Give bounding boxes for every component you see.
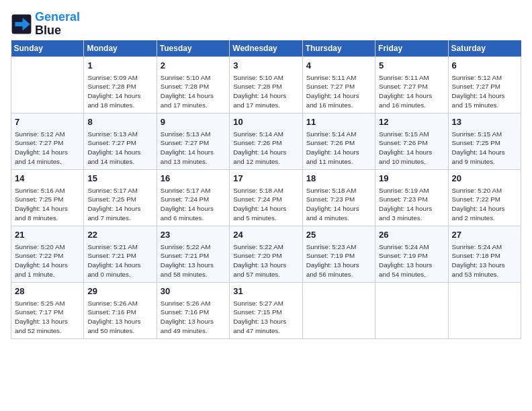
- day-number: 30: [161, 285, 226, 298]
- calendar-cell: 23Sunrise: 5:22 AM Sunset: 7:21 PM Dayli…: [157, 226, 229, 282]
- day-number: 4: [306, 60, 371, 72]
- calendar-week-row: 21Sunrise: 5:20 AM Sunset: 7:22 PM Dayli…: [11, 226, 521, 282]
- day-number: 23: [161, 229, 226, 241]
- day-number: 1: [87, 60, 152, 72]
- calendar-cell: 10Sunrise: 5:14 AM Sunset: 7:26 PM Dayli…: [230, 113, 302, 169]
- day-info: Sunrise: 5:14 AM Sunset: 7:26 PM Dayligh…: [306, 130, 371, 167]
- calendar-cell: 13Sunrise: 5:15 AM Sunset: 7:25 PM Dayli…: [448, 113, 521, 169]
- day-info: Sunrise: 5:23 AM Sunset: 7:19 PM Dayligh…: [306, 242, 371, 279]
- calendar-cell: 28Sunrise: 5:25 AM Sunset: 7:17 PM Dayli…: [11, 282, 84, 338]
- calendar-cell: 20Sunrise: 5:20 AM Sunset: 7:22 PM Dayli…: [448, 169, 521, 226]
- day-info: Sunrise: 5:10 AM Sunset: 7:28 PM Dayligh…: [233, 73, 298, 110]
- header-monday: Monday: [84, 40, 157, 57]
- calendar-cell: 17Sunrise: 5:18 AM Sunset: 7:24 PM Dayli…: [230, 169, 302, 226]
- day-number: 8: [87, 116, 152, 128]
- day-info: Sunrise: 5:26 AM Sunset: 7:16 PM Dayligh…: [161, 299, 226, 336]
- calendar-header-row: SundayMondayTuesdayWednesdayThursdayFrid…: [11, 40, 521, 57]
- calendar-cell: 29Sunrise: 5:26 AM Sunset: 7:16 PM Dayli…: [84, 282, 157, 338]
- day-info: Sunrise: 5:10 AM Sunset: 7:28 PM Dayligh…: [161, 73, 226, 110]
- calendar-cell: 30Sunrise: 5:26 AM Sunset: 7:16 PM Dayli…: [157, 282, 229, 338]
- day-info: Sunrise: 5:16 AM Sunset: 7:25 PM Dayligh…: [15, 186, 80, 223]
- day-number: 25: [306, 229, 371, 241]
- calendar-cell: 8Sunrise: 5:13 AM Sunset: 7:27 PM Daylig…: [84, 113, 157, 169]
- day-number: 14: [15, 173, 80, 185]
- day-number: 27: [452, 229, 517, 241]
- day-info: Sunrise: 5:17 AM Sunset: 7:24 PM Dayligh…: [161, 186, 226, 223]
- day-info: Sunrise: 5:26 AM Sunset: 7:16 PM Dayligh…: [87, 299, 152, 336]
- day-info: Sunrise: 5:18 AM Sunset: 7:24 PM Dayligh…: [233, 186, 298, 223]
- logo-text: General Blue: [35, 11, 80, 38]
- day-number: 7: [15, 116, 80, 128]
- calendar-cell: 26Sunrise: 5:24 AM Sunset: 7:19 PM Dayli…: [375, 226, 448, 282]
- day-number: 22: [87, 229, 152, 241]
- header-saturday: Saturday: [448, 40, 521, 57]
- day-info: Sunrise: 5:12 AM Sunset: 7:27 PM Dayligh…: [452, 73, 517, 110]
- day-number: 13: [452, 116, 517, 128]
- calendar-cell: 19Sunrise: 5:19 AM Sunset: 7:23 PM Dayli…: [375, 169, 448, 226]
- calendar-cell: 25Sunrise: 5:23 AM Sunset: 7:19 PM Dayli…: [302, 226, 375, 282]
- day-number: 2: [161, 60, 226, 72]
- day-number: 11: [306, 116, 371, 128]
- calendar-cell: [375, 282, 448, 338]
- calendar-table: SundayMondayTuesdayWednesdayThursdayFrid…: [11, 40, 521, 339]
- calendar-cell: 31Sunrise: 5:27 AM Sunset: 7:15 PM Dayli…: [230, 282, 302, 338]
- day-number: 15: [87, 173, 152, 185]
- day-info: Sunrise: 5:24 AM Sunset: 7:18 PM Dayligh…: [452, 242, 517, 279]
- day-info: Sunrise: 5:09 AM Sunset: 7:28 PM Dayligh…: [87, 73, 152, 110]
- day-info: Sunrise: 5:18 AM Sunset: 7:23 PM Dayligh…: [306, 186, 371, 223]
- day-number: 3: [233, 60, 298, 72]
- calendar-cell: 6Sunrise: 5:12 AM Sunset: 7:27 PM Daylig…: [448, 56, 521, 113]
- day-number: 29: [87, 285, 152, 298]
- calendar-cell: 24Sunrise: 5:22 AM Sunset: 7:20 PM Dayli…: [230, 226, 302, 282]
- day-info: Sunrise: 5:24 AM Sunset: 7:19 PM Dayligh…: [379, 242, 444, 279]
- header-wednesday: Wednesday: [230, 40, 302, 57]
- calendar-cell: 9Sunrise: 5:13 AM Sunset: 7:27 PM Daylig…: [157, 113, 229, 169]
- day-info: Sunrise: 5:27 AM Sunset: 7:15 PM Dayligh…: [233, 299, 298, 336]
- day-number: 18: [306, 173, 371, 185]
- day-info: Sunrise: 5:12 AM Sunset: 7:27 PM Dayligh…: [15, 130, 80, 167]
- calendar-week-row: 14Sunrise: 5:16 AM Sunset: 7:25 PM Dayli…: [11, 169, 521, 226]
- day-number: 10: [233, 116, 298, 128]
- day-number: 26: [379, 229, 444, 241]
- day-number: 21: [15, 229, 80, 241]
- day-info: Sunrise: 5:22 AM Sunset: 7:21 PM Dayligh…: [161, 242, 226, 279]
- day-info: Sunrise: 5:15 AM Sunset: 7:26 PM Dayligh…: [379, 130, 444, 167]
- day-info: Sunrise: 5:13 AM Sunset: 7:27 PM Dayligh…: [161, 130, 226, 167]
- day-info: Sunrise: 5:25 AM Sunset: 7:17 PM Dayligh…: [15, 299, 80, 336]
- header-sunday: Sunday: [11, 40, 84, 57]
- calendar-cell: [448, 282, 521, 338]
- day-number: 19: [379, 173, 444, 185]
- page-header: General Blue: [11, 11, 521, 38]
- header-friday: Friday: [375, 40, 448, 57]
- day-number: 6: [452, 60, 517, 72]
- day-info: Sunrise: 5:19 AM Sunset: 7:23 PM Dayligh…: [379, 186, 444, 223]
- day-number: 9: [161, 116, 226, 128]
- day-info: Sunrise: 5:22 AM Sunset: 7:20 PM Dayligh…: [233, 242, 298, 279]
- day-info: Sunrise: 5:14 AM Sunset: 7:26 PM Dayligh…: [233, 130, 298, 167]
- calendar-cell: 27Sunrise: 5:24 AM Sunset: 7:18 PM Dayli…: [448, 226, 521, 282]
- logo-icon: [11, 13, 32, 35]
- calendar-cell: [11, 56, 84, 113]
- day-info: Sunrise: 5:20 AM Sunset: 7:22 PM Dayligh…: [452, 186, 517, 223]
- calendar-cell: 11Sunrise: 5:14 AM Sunset: 7:26 PM Dayli…: [302, 113, 375, 169]
- calendar-cell: 22Sunrise: 5:21 AM Sunset: 7:21 PM Dayli…: [84, 226, 157, 282]
- calendar-cell: 16Sunrise: 5:17 AM Sunset: 7:24 PM Dayli…: [157, 169, 229, 226]
- day-info: Sunrise: 5:11 AM Sunset: 7:27 PM Dayligh…: [306, 73, 371, 110]
- day-number: 28: [15, 285, 80, 298]
- day-info: Sunrise: 5:15 AM Sunset: 7:25 PM Dayligh…: [452, 130, 517, 167]
- calendar-cell: 15Sunrise: 5:17 AM Sunset: 7:25 PM Dayli…: [84, 169, 157, 226]
- day-info: Sunrise: 5:11 AM Sunset: 7:27 PM Dayligh…: [379, 73, 444, 110]
- day-info: Sunrise: 5:13 AM Sunset: 7:27 PM Dayligh…: [87, 130, 152, 167]
- calendar-cell: 14Sunrise: 5:16 AM Sunset: 7:25 PM Dayli…: [11, 169, 84, 226]
- calendar-cell: [302, 282, 375, 338]
- day-number: 16: [161, 173, 226, 185]
- calendar-cell: 2Sunrise: 5:10 AM Sunset: 7:28 PM Daylig…: [157, 56, 229, 113]
- day-number: 31: [233, 285, 298, 298]
- calendar-cell: 12Sunrise: 5:15 AM Sunset: 7:26 PM Dayli…: [375, 113, 448, 169]
- day-number: 5: [379, 60, 444, 72]
- header-thursday: Thursday: [302, 40, 375, 57]
- logo: General Blue: [11, 11, 80, 38]
- calendar-cell: 18Sunrise: 5:18 AM Sunset: 7:23 PM Dayli…: [302, 169, 375, 226]
- header-tuesday: Tuesday: [157, 40, 229, 57]
- calendar-week-row: 28Sunrise: 5:25 AM Sunset: 7:17 PM Dayli…: [11, 282, 521, 338]
